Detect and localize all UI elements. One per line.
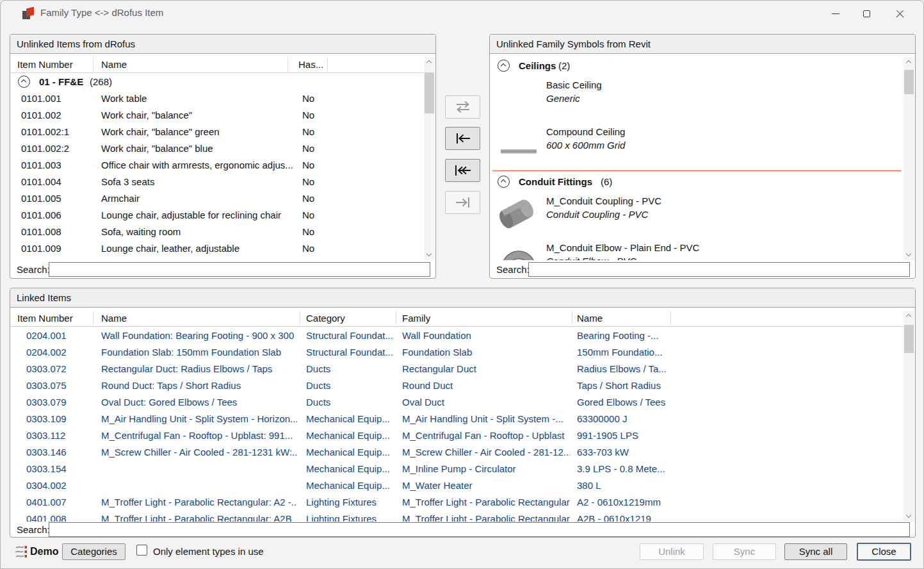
- only-element-types-label[interactable]: Only element types in use: [153, 546, 264, 557]
- scrollbar-thumb[interactable]: [904, 325, 914, 353]
- collapse-chevron-icon[interactable]: [498, 60, 510, 72]
- column-divider[interactable]: [396, 311, 396, 325]
- maximize-button[interactable]: [852, 1, 881, 26]
- col-category[interactable]: Category: [306, 313, 345, 324]
- column-divider[interactable]: [93, 58, 93, 71]
- column-divider[interactable]: [93, 311, 93, 325]
- family-symbol-row[interactable]: Basic Ceiling Generic: [490, 74, 904, 121]
- close-icon: [896, 10, 904, 18]
- family-symbol-row[interactable]: M_Conduit Elbow - Plain End - PVC Condui…: [490, 237, 904, 260]
- type-name-cell: A2B - 0610x1219: [577, 513, 669, 522]
- scrollbar-thumb[interactable]: [904, 70, 914, 94]
- unlinked-item-row[interactable]: 0101.003 Office chair with armrests, erg…: [11, 157, 424, 174]
- move-selected-right-button[interactable]: [445, 191, 480, 214]
- collapse-chevron-icon[interactable]: [18, 76, 30, 88]
- col-name[interactable]: Name: [101, 59, 127, 70]
- unlinked-item-row[interactable]: 0101.009 Lounge chair, leather, adjustab…: [11, 240, 424, 257]
- unlink-button[interactable]: Unlink: [640, 543, 704, 560]
- item-number-cell: 0303.112: [26, 430, 65, 441]
- unlinked-item-row[interactable]: 0101.004 Sofa 3 seats No: [11, 174, 424, 190]
- category-cell: Mechanical Equip...: [306, 413, 394, 424]
- minimize-button[interactable]: [821, 1, 850, 26]
- linked-item-row[interactable]: 0303.075 Round Duct: Taps / Short Radius…: [11, 377, 904, 394]
- item-number-cell: 0303.146: [26, 447, 67, 458]
- name-cell: M_Troffer Light - Parabolic Rectangular:…: [101, 513, 297, 522]
- column-divider[interactable]: [327, 58, 328, 71]
- unlinked-item-row[interactable]: 0101.002:2 Work chair, "balance" blue No: [11, 140, 424, 157]
- column-divider[interactable]: [670, 311, 671, 325]
- swap-link-button[interactable]: [445, 95, 480, 119]
- title-bar[interactable]: Family Type <-> dRofus Item: [1, 1, 923, 26]
- ceiling-grid-thumbnail: [499, 124, 538, 163]
- sync-all-button[interactable]: Sync all: [784, 543, 847, 560]
- maximize-icon: [863, 10, 870, 17]
- column-divider[interactable]: [288, 58, 288, 71]
- linked-item-row[interactable]: 0204.002 Foundation Slab: 150mm Foundati…: [11, 344, 904, 361]
- linked-item-row[interactable]: 0401.008 M_Troffer Light - Parabolic Rec…: [11, 511, 904, 522]
- linked-item-row[interactable]: 0303.109 M_Air Handling Unit - Split Sys…: [11, 411, 904, 427]
- linked-item-row[interactable]: 0401.007 M_Troffer Light - Parabolic Rec…: [11, 494, 904, 511]
- column-divider[interactable]: [300, 311, 300, 325]
- name-cell: M_Screw Chiller - Air Cooled - 281-1231 …: [101, 447, 297, 458]
- linked-item-row[interactable]: 0303.072 Rectangular Duct: Radius Elbows…: [11, 361, 904, 377]
- unlinked-item-row[interactable]: 0101.006 Lounge chair, adjustable for re…: [11, 207, 424, 224]
- col-family[interactable]: Family: [402, 313, 430, 324]
- move-selected-left-button[interactable]: [445, 127, 480, 150]
- group-header-ceilings[interactable]: Ceilings (2): [490, 58, 904, 74]
- item-name-cell: Lounge chair, leather, adjustable: [101, 243, 239, 254]
- col-item-number[interactable]: Item Number: [17, 59, 73, 70]
- categories-button[interactable]: Categories: [62, 543, 126, 560]
- scroll-up-icon[interactable]: [904, 57, 914, 68]
- family-symbol-row[interactable]: M_Conduit Coupling - PVC Conduit Couplin…: [490, 190, 904, 237]
- family-cell: M_Troffer Light - Parabolic Rectangular: [402, 513, 570, 522]
- linked-item-row[interactable]: 0303.146 M_Screw Chiller - Air Cooled - …: [11, 444, 904, 461]
- item-number-cell: 0101.001: [21, 93, 61, 104]
- linked-items-column-header[interactable]: Item Number Name Category Family Name: [11, 310, 914, 327]
- type-name: Conduit Elbow - PVC: [546, 256, 636, 260]
- close-button[interactable]: Close: [857, 543, 911, 561]
- unlinked-items-list: 01 - FF&E (268) 0101.001 Work table No 0…: [11, 74, 424, 260]
- scroll-down-icon[interactable]: [424, 249, 435, 260]
- linked-item-row[interactable]: 0303.154 Mechanical Equip... M_Inline Pu…: [11, 461, 904, 477]
- unlinked-item-row[interactable]: 0101.001 Work table No: [11, 90, 424, 107]
- unlinked-revit-scrollbar[interactable]: [904, 57, 914, 260]
- scroll-up-icon[interactable]: [424, 57, 435, 68]
- group-header-conduit-fittings[interactable]: Conduit Fittings (6): [490, 174, 904, 190]
- col-name[interactable]: Name: [101, 313, 127, 324]
- unlinked-drofus-column-header[interactable]: Item Number Name Has...: [11, 56, 435, 73]
- linked-item-row[interactable]: 0303.079 Oval Duct: Gored Elbows / Tees …: [11, 394, 904, 411]
- move-all-left-button[interactable]: [445, 159, 480, 182]
- linked-item-row[interactable]: 0303.112 M_Centrifugal Fan - Rooftop - U…: [11, 427, 904, 444]
- unlinked-drofus-panel: Unlinked Items from dRofus Item Number N…: [10, 34, 436, 279]
- scroll-down-icon[interactable]: [904, 249, 914, 260]
- scrollbar-thumb[interactable]: [425, 72, 434, 113]
- unlinked-item-row[interactable]: 0101.008 Sofa, waiting room No: [11, 224, 424, 240]
- sync-button[interactable]: Sync: [713, 543, 776, 560]
- linked-item-row[interactable]: 0204.001 Wall Foundation: Bearing Footin…: [11, 327, 904, 344]
- unlinked-drofus-scrollbar[interactable]: [424, 57, 435, 260]
- collapse-chevron-icon[interactable]: [498, 176, 510, 188]
- unlinked-revit-search-input[interactable]: [528, 262, 910, 277]
- unlinked-item-row[interactable]: 0101.002:1 Work chair, "balance" green N…: [11, 124, 424, 140]
- item-number-cell: 0101.004: [21, 176, 61, 187]
- linked-items-search-input[interactable]: [49, 522, 910, 537]
- family-symbol-row[interactable]: Compound Ceiling 600 x 600mm Grid: [490, 121, 904, 168]
- linked-item-row[interactable]: 0304.002 Mechanical Equip... M_Water Hea…: [11, 477, 904, 494]
- linked-items-scrollbar[interactable]: [904, 311, 914, 522]
- scroll-down-icon[interactable]: [904, 511, 914, 522]
- col-item-number[interactable]: Item Number: [17, 313, 73, 324]
- group-header-ffe[interactable]: 01 - FF&E (268): [11, 74, 424, 90]
- unlinked-drofus-search-input[interactable]: [49, 262, 430, 277]
- close-window-button[interactable]: [885, 1, 914, 26]
- family-cell: Foundation Slab: [402, 347, 570, 358]
- item-number-cell: 0204.002: [26, 347, 67, 358]
- item-number-cell: 0101.006: [21, 210, 61, 220]
- only-element-types-checkbox[interactable]: [136, 545, 147, 556]
- column-divider[interactable]: [572, 311, 572, 325]
- col-type-name[interactable]: Name: [577, 313, 603, 324]
- col-has[interactable]: Has...: [298, 59, 323, 70]
- unlinked-item-row[interactable]: 0101.005 Armchair No: [11, 190, 424, 207]
- unlinked-item-row[interactable]: 0101.002 Work chair, "balance" No: [11, 107, 424, 124]
- scroll-up-icon[interactable]: [904, 311, 914, 322]
- drofus-demo-icon: [14, 543, 28, 563]
